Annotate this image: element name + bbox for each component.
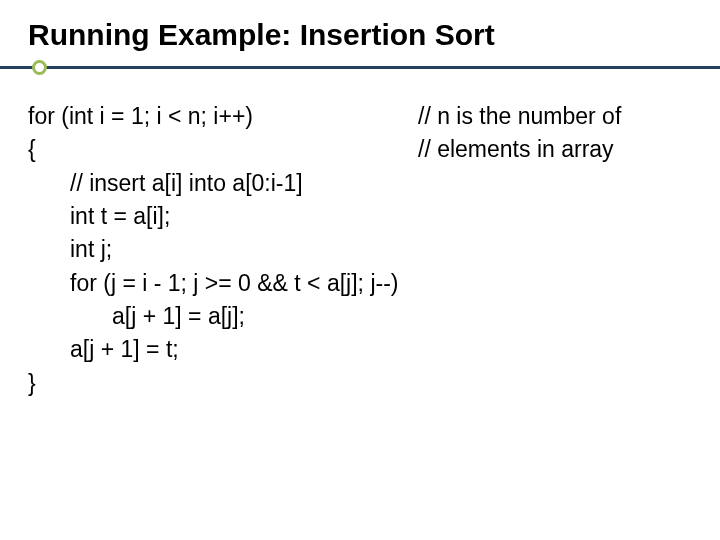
- rule-line: [0, 66, 720, 69]
- code-line-5: int j;: [28, 233, 692, 266]
- code-text: {: [28, 133, 418, 166]
- slide-title: Running Example: Insertion Sort: [28, 18, 692, 52]
- code-block: for (int i = 1; i < n; i++) // n is the …: [28, 100, 692, 400]
- title-rule: [28, 60, 692, 78]
- code-line-7: a[j + 1] = a[j];: [28, 300, 692, 333]
- code-line-4: int t = a[i];: [28, 200, 692, 233]
- code-text: for (int i = 1; i < n; i++): [28, 100, 418, 133]
- code-line-3: // insert a[i] into a[0:i-1]: [28, 167, 692, 200]
- code-line-6: for (j = i - 1; j >= 0 && t < a[j]; j--): [28, 267, 692, 300]
- code-line-1: for (int i = 1; i < n; i++) // n is the …: [28, 100, 692, 133]
- rule-dot-icon: [32, 60, 47, 75]
- code-comment: // n is the number of: [418, 100, 621, 133]
- code-line-9: }: [28, 367, 692, 400]
- code-line-2: { // elements in array: [28, 133, 692, 166]
- code-comment: // elements in array: [418, 133, 614, 166]
- code-line-8: a[j + 1] = t;: [28, 333, 692, 366]
- slide: Running Example: Insertion Sort for (int…: [0, 0, 720, 540]
